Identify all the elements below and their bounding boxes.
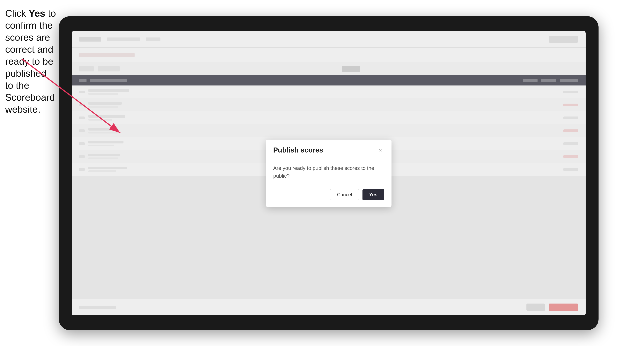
yes-button[interactable]: Yes (362, 189, 384, 200)
instruction-bold: Yes (29, 8, 45, 19)
modal-header: Publish scores × (266, 140, 392, 159)
modal-message: Are you ready to publish these scores to… (273, 164, 384, 180)
tablet-device: Publish scores × Are you ready to publis… (59, 16, 598, 330)
publish-scores-dialog: Publish scores × Are you ready to publis… (266, 140, 392, 207)
modal-body: Are you ready to publish these scores to… (266, 159, 392, 185)
modal-footer: Cancel Yes (266, 185, 392, 207)
instruction-text: Click Yes to confirm the scores are corr… (5, 7, 57, 115)
instruction-text-prefix: Click (5, 8, 29, 19)
instruction-text-suffix: to confirm the scores are correct and re… (5, 8, 56, 115)
modal-title: Publish scores (273, 146, 323, 154)
modal-close-button[interactable]: × (377, 146, 384, 154)
cancel-button[interactable]: Cancel (330, 189, 359, 200)
tablet-screen: Publish scores × Are you ready to publis… (72, 31, 586, 315)
modal-overlay: Publish scores × Are you ready to publis… (72, 31, 586, 315)
